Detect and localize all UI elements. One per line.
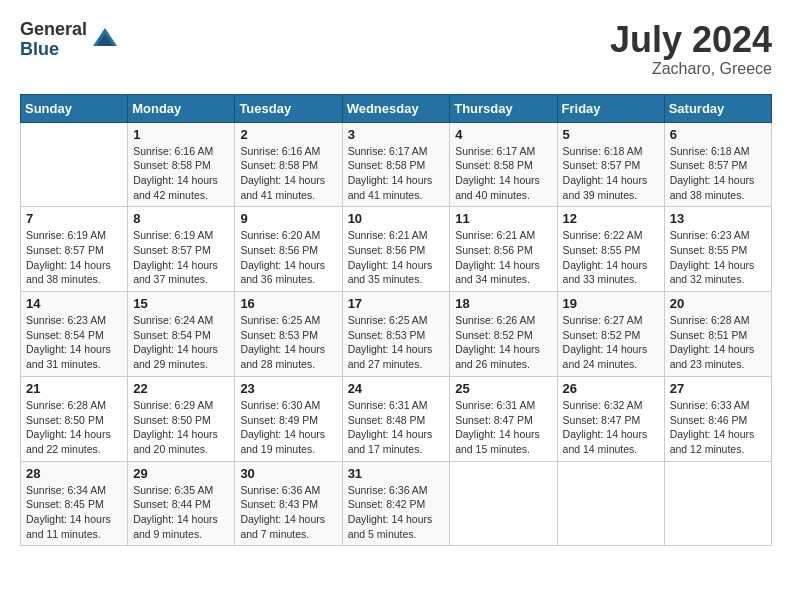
- table-row: 21Sunrise: 6:28 AMSunset: 8:50 PMDayligh…: [21, 376, 128, 461]
- logo-blue-text: Blue: [20, 40, 87, 60]
- table-row: 31Sunrise: 6:36 AMSunset: 8:42 PMDayligh…: [342, 461, 450, 546]
- day-info: Sunrise: 6:21 AMSunset: 8:56 PMDaylight:…: [348, 228, 445, 287]
- logo-general-text: General: [20, 20, 87, 40]
- day-info: Sunrise: 6:32 AMSunset: 8:47 PMDaylight:…: [563, 398, 659, 457]
- day-info: Sunrise: 6:19 AMSunset: 8:57 PMDaylight:…: [133, 228, 229, 287]
- table-row: 13Sunrise: 6:23 AMSunset: 8:55 PMDayligh…: [664, 207, 771, 292]
- day-number: 23: [240, 381, 336, 396]
- day-info: Sunrise: 6:34 AMSunset: 8:45 PMDaylight:…: [26, 483, 122, 542]
- table-row: 30Sunrise: 6:36 AMSunset: 8:43 PMDayligh…: [235, 461, 342, 546]
- day-number: 20: [670, 296, 766, 311]
- page-header: General Blue July 2024 Zacharo, Greece: [20, 20, 772, 78]
- day-number: 13: [670, 211, 766, 226]
- day-info: Sunrise: 6:20 AMSunset: 8:56 PMDaylight:…: [240, 228, 336, 287]
- day-info: Sunrise: 6:25 AMSunset: 8:53 PMDaylight:…: [348, 313, 445, 372]
- table-row: 14Sunrise: 6:23 AMSunset: 8:54 PMDayligh…: [21, 292, 128, 377]
- col-saturday: Saturday: [664, 94, 771, 122]
- day-number: 16: [240, 296, 336, 311]
- table-row: 3Sunrise: 6:17 AMSunset: 8:58 PMDaylight…: [342, 122, 450, 207]
- table-row: 7Sunrise: 6:19 AMSunset: 8:57 PMDaylight…: [21, 207, 128, 292]
- day-number: 4: [455, 127, 551, 142]
- table-row: 16Sunrise: 6:25 AMSunset: 8:53 PMDayligh…: [235, 292, 342, 377]
- day-info: Sunrise: 6:19 AMSunset: 8:57 PMDaylight:…: [26, 228, 122, 287]
- day-info: Sunrise: 6:29 AMSunset: 8:50 PMDaylight:…: [133, 398, 229, 457]
- calendar-week-row: 14Sunrise: 6:23 AMSunset: 8:54 PMDayligh…: [21, 292, 772, 377]
- day-number: 5: [563, 127, 659, 142]
- day-number: 31: [348, 466, 445, 481]
- day-number: 7: [26, 211, 122, 226]
- day-info: Sunrise: 6:21 AMSunset: 8:56 PMDaylight:…: [455, 228, 551, 287]
- day-info: Sunrise: 6:31 AMSunset: 8:48 PMDaylight:…: [348, 398, 445, 457]
- day-number: 19: [563, 296, 659, 311]
- day-info: Sunrise: 6:28 AMSunset: 8:51 PMDaylight:…: [670, 313, 766, 372]
- table-row: 5Sunrise: 6:18 AMSunset: 8:57 PMDaylight…: [557, 122, 664, 207]
- table-row: 19Sunrise: 6:27 AMSunset: 8:52 PMDayligh…: [557, 292, 664, 377]
- table-row: 28Sunrise: 6:34 AMSunset: 8:45 PMDayligh…: [21, 461, 128, 546]
- table-row: 17Sunrise: 6:25 AMSunset: 8:53 PMDayligh…: [342, 292, 450, 377]
- day-info: Sunrise: 6:33 AMSunset: 8:46 PMDaylight:…: [670, 398, 766, 457]
- day-info: Sunrise: 6:18 AMSunset: 8:57 PMDaylight:…: [670, 144, 766, 203]
- month-year: July 2024: [610, 20, 772, 60]
- day-number: 15: [133, 296, 229, 311]
- table-row: 6Sunrise: 6:18 AMSunset: 8:57 PMDaylight…: [664, 122, 771, 207]
- day-number: 14: [26, 296, 122, 311]
- col-thursday: Thursday: [450, 94, 557, 122]
- table-row: 23Sunrise: 6:30 AMSunset: 8:49 PMDayligh…: [235, 376, 342, 461]
- table-row: 18Sunrise: 6:26 AMSunset: 8:52 PMDayligh…: [450, 292, 557, 377]
- table-row: 25Sunrise: 6:31 AMSunset: 8:47 PMDayligh…: [450, 376, 557, 461]
- title-block: July 2024 Zacharo, Greece: [610, 20, 772, 78]
- day-number: 8: [133, 211, 229, 226]
- day-number: 1: [133, 127, 229, 142]
- table-row: 15Sunrise: 6:24 AMSunset: 8:54 PMDayligh…: [128, 292, 235, 377]
- day-info: Sunrise: 6:24 AMSunset: 8:54 PMDaylight:…: [133, 313, 229, 372]
- day-number: 29: [133, 466, 229, 481]
- day-info: Sunrise: 6:17 AMSunset: 8:58 PMDaylight:…: [348, 144, 445, 203]
- day-info: Sunrise: 6:27 AMSunset: 8:52 PMDaylight:…: [563, 313, 659, 372]
- table-row: 20Sunrise: 6:28 AMSunset: 8:51 PMDayligh…: [664, 292, 771, 377]
- table-row: 4Sunrise: 6:17 AMSunset: 8:58 PMDaylight…: [450, 122, 557, 207]
- table-row: 9Sunrise: 6:20 AMSunset: 8:56 PMDaylight…: [235, 207, 342, 292]
- calendar-week-row: 21Sunrise: 6:28 AMSunset: 8:50 PMDayligh…: [21, 376, 772, 461]
- day-info: Sunrise: 6:36 AMSunset: 8:43 PMDaylight:…: [240, 483, 336, 542]
- calendar-week-row: 1Sunrise: 6:16 AMSunset: 8:58 PMDaylight…: [21, 122, 772, 207]
- day-number: 24: [348, 381, 445, 396]
- day-info: Sunrise: 6:23 AMSunset: 8:54 PMDaylight:…: [26, 313, 122, 372]
- day-info: Sunrise: 6:16 AMSunset: 8:58 PMDaylight:…: [133, 144, 229, 203]
- day-number: 9: [240, 211, 336, 226]
- day-info: Sunrise: 6:36 AMSunset: 8:42 PMDaylight:…: [348, 483, 445, 542]
- col-sunday: Sunday: [21, 94, 128, 122]
- day-number: 26: [563, 381, 659, 396]
- table-row: 22Sunrise: 6:29 AMSunset: 8:50 PMDayligh…: [128, 376, 235, 461]
- day-info: Sunrise: 6:26 AMSunset: 8:52 PMDaylight:…: [455, 313, 551, 372]
- day-number: 21: [26, 381, 122, 396]
- day-number: 17: [348, 296, 445, 311]
- logo-icon: [91, 26, 119, 54]
- table-row: 12Sunrise: 6:22 AMSunset: 8:55 PMDayligh…: [557, 207, 664, 292]
- col-tuesday: Tuesday: [235, 94, 342, 122]
- day-number: 10: [348, 211, 445, 226]
- day-info: Sunrise: 6:17 AMSunset: 8:58 PMDaylight:…: [455, 144, 551, 203]
- table-row: 29Sunrise: 6:35 AMSunset: 8:44 PMDayligh…: [128, 461, 235, 546]
- day-info: Sunrise: 6:23 AMSunset: 8:55 PMDaylight:…: [670, 228, 766, 287]
- table-row: 1Sunrise: 6:16 AMSunset: 8:58 PMDaylight…: [128, 122, 235, 207]
- table-row: [664, 461, 771, 546]
- day-number: 12: [563, 211, 659, 226]
- location: Zacharo, Greece: [610, 60, 772, 78]
- day-number: 11: [455, 211, 551, 226]
- day-info: Sunrise: 6:30 AMSunset: 8:49 PMDaylight:…: [240, 398, 336, 457]
- day-number: 28: [26, 466, 122, 481]
- table-row: 8Sunrise: 6:19 AMSunset: 8:57 PMDaylight…: [128, 207, 235, 292]
- day-info: Sunrise: 6:18 AMSunset: 8:57 PMDaylight:…: [563, 144, 659, 203]
- table-row: [450, 461, 557, 546]
- col-monday: Monday: [128, 94, 235, 122]
- col-wednesday: Wednesday: [342, 94, 450, 122]
- day-info: Sunrise: 6:31 AMSunset: 8:47 PMDaylight:…: [455, 398, 551, 457]
- table-row: [557, 461, 664, 546]
- calendar-table: Sunday Monday Tuesday Wednesday Thursday…: [20, 94, 772, 547]
- table-row: 27Sunrise: 6:33 AMSunset: 8:46 PMDayligh…: [664, 376, 771, 461]
- table-row: 26Sunrise: 6:32 AMSunset: 8:47 PMDayligh…: [557, 376, 664, 461]
- day-info: Sunrise: 6:22 AMSunset: 8:55 PMDaylight:…: [563, 228, 659, 287]
- table-row: [21, 122, 128, 207]
- day-number: 18: [455, 296, 551, 311]
- table-row: 10Sunrise: 6:21 AMSunset: 8:56 PMDayligh…: [342, 207, 450, 292]
